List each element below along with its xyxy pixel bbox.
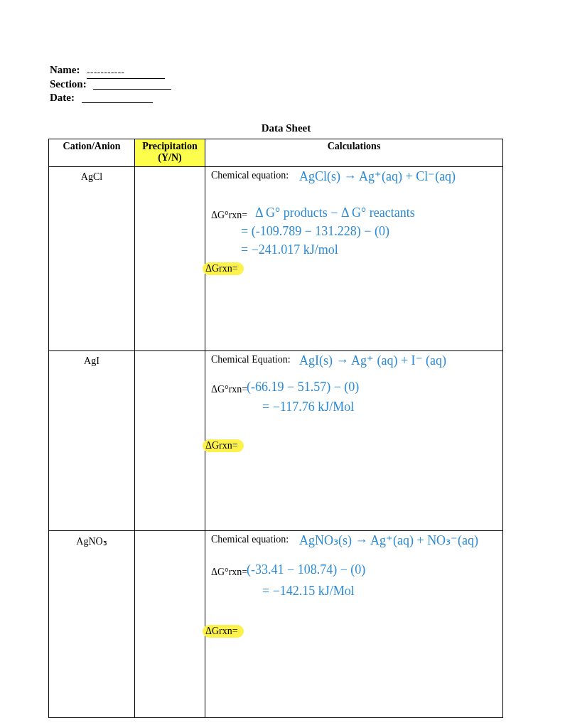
table-header-row: Cation/Anion Precipitation (Y/N) Calcula…	[49, 139, 503, 167]
precip-cell[interactable]	[135, 167, 205, 351]
name-blank[interactable]: -----------	[87, 66, 165, 79]
section-label: Section:	[50, 78, 87, 90]
hw-calc-line: (-33.41 − 108.74) − (0)	[247, 562, 365, 577]
chem-eq-label: Chemical equation:	[211, 534, 289, 545]
col-precipitation: Precipitation (Y/N)	[135, 139, 205, 167]
section-row: Section:	[50, 78, 522, 90]
dg-label-highlight: ΔGrxn=	[203, 439, 244, 452]
calc-cell: Chemical Equation: AgI(s) → Ag⁺ (aq) + I…	[205, 351, 503, 531]
dg-label-highlight: ΔGrxn=	[203, 262, 244, 275]
chem-eq-label: Chemical equation:	[211, 170, 289, 181]
hw-calc-line: (-66.19 − 51.57) − (0)	[247, 380, 359, 395]
col-cation-anion: Cation/Anion	[49, 139, 135, 167]
hw-calc-line: = −117.76 kJ/Mol	[262, 400, 354, 414]
calc-cell: Chemical equation: AgNO₃(s) → Ag⁺(aq) + …	[205, 531, 503, 718]
name-label: Name:	[50, 64, 80, 75]
compound-cell: AgI	[49, 351, 135, 531]
date-label: Date:	[50, 92, 75, 103]
dg-std-label: ΔG°rxn=	[211, 210, 247, 221]
data-table: Cation/Anion Precipitation (Y/N) Calcula…	[48, 139, 503, 718]
dg-std-label: ΔG°rxn=	[211, 384, 247, 395]
precip-cell[interactable]	[135, 531, 205, 718]
table-row: AgCl Chemical equation: AgCl(s) → Ag⁺(aq…	[49, 167, 503, 351]
name-row: Name: -----------	[50, 64, 522, 77]
hw-calc-line: = (-109.789 − 131.228) − (0)	[241, 224, 389, 239]
page-title: Data Sheet	[50, 122, 522, 134]
hw-calc-line: Δ G° products − Δ G° reactants	[255, 205, 415, 220]
compound-cell: AgCl	[49, 167, 135, 351]
hw-equation: AgCl(s) → Ag⁺(aq) + Cl⁻(aq)	[299, 168, 456, 184]
section-blank[interactable]	[93, 89, 171, 90]
date-row: Date:	[50, 92, 522, 104]
calc-cell: Chemical equation: AgCl(s) → Ag⁺(aq) + C…	[205, 167, 503, 351]
table-row: AgNO₃ Chemical equation: AgNO₃(s) → Ag⁺(…	[49, 531, 503, 718]
precip-cell[interactable]	[135, 351, 205, 531]
dg-std-label: ΔG°rxn=	[211, 567, 247, 578]
hw-equation: AgI(s) → Ag⁺ (aq) + I⁻ (aq)	[299, 353, 446, 368]
chem-eq-label: Chemical Equation:	[211, 354, 291, 365]
dg-label-highlight: ΔGrxn=	[203, 625, 244, 638]
hw-calc-line: = −142.15 kJ/Mol	[262, 584, 355, 599]
date-blank[interactable]	[82, 102, 153, 103]
table-row: AgI Chemical Equation: AgI(s) → Ag⁺ (aq)…	[49, 351, 503, 531]
compound-cell: AgNO₃	[49, 531, 135, 718]
hw-calc-line: = −241.017 kJ/mol	[241, 242, 338, 257]
hw-equation: AgNO₃(s) → Ag⁺(aq) + NO₃⁻(aq)	[299, 532, 478, 548]
col-calculations: Calculations	[205, 139, 503, 167]
